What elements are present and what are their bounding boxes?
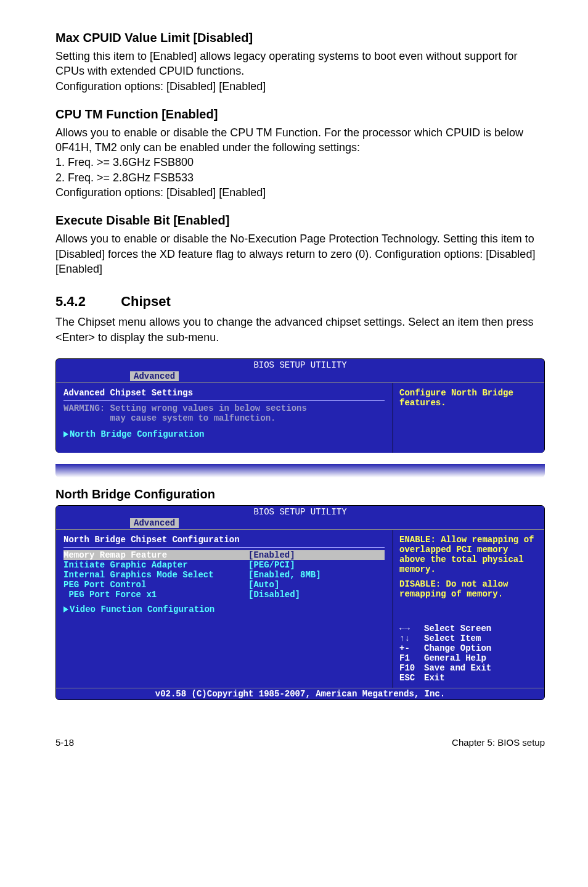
bios2-title-bar: BIOS SETUP UTILITY [56,506,544,518]
svg-marker-0 [63,431,68,437]
svg-marker-1 [63,606,68,613]
page-number: 5-18 [55,737,74,748]
bios2-row-graphic-adapter: Initiate Graphic Adapter [PEG/PCI] [63,560,385,570]
bios1-heading: Advanced Chipset Settings [63,388,385,398]
section-number: 5.4.2 [55,294,117,310]
nav-change-option: +-Change Option [399,643,538,653]
body-exec-disable: Allows you to enable or disable the No-E… [55,231,545,276]
triangle-right-icon [63,431,68,437]
label-memory-remap: Memory Remap Feature [63,550,248,560]
heading-north-bridge-config: North Bridge Configuration [55,487,545,501]
bios2-row-peg-force: PEG Port Force x1 [Disabled] [63,590,385,600]
chapter-label: Chapter 5: BIOS setup [452,737,545,748]
label-peg-force: PEG Port Force x1 [63,590,248,600]
bios1-title-bar: BIOS SETUP UTILITY [56,359,544,371]
nav-select-screen: ←→Select Screen [399,624,538,633]
bios2-tab-row: Advanced [56,518,544,529]
bios-screenshot-2: BIOS SETUP UTILITY Advanced North Bridge… [55,505,545,700]
bios2-row-memory-remap: Memory Remap Feature [Enabled] [63,550,385,560]
heading-max-cpuid: Max CPUID Value Limit [Disabled] [55,31,545,45]
help-text-disable: DISABLE: Do not allow remapping of memor… [399,579,538,599]
bios2-footer: v02.58 (C)Copyright 1985-2007, American … [56,688,544,699]
label-graphic-adapter: Initiate Graphic Adapter [63,560,248,570]
bios2-heading: North Bridge Chipset Configuration [63,535,385,545]
value-internal-graphics: [Enabled, 8MB] [248,570,385,580]
bios1-tab-advanced: Advanced [130,371,179,381]
bios2-row-peg-port: PEG Port Control [Auto] [63,580,385,590]
page-footer: 5-18 Chapter 5: BIOS setup [55,737,545,748]
section-body-chipset: The Chipset menu allows you to change th… [55,315,545,345]
nav-select-item: ↑↓Select Item [399,633,538,643]
nav-exit: ESCExit [399,673,538,683]
bios1-tab-row: Advanced [56,371,544,382]
value-memory-remap: [Enabled] [248,550,385,560]
fade-effect-1 [55,464,545,477]
heading-exec-disable: Execute Disable Bit [Enabled] [55,213,545,228]
nav-save-exit: F10Save and Exit [399,663,538,673]
section-header-chipset: 5.4.2 Chipset [55,294,545,310]
body-max-cpuid: Setting this item to [Enabled] allows le… [55,49,545,94]
bios2-row-internal-graphics: Internal Graphics Mode Select [Enabled, … [63,570,385,580]
bios2-tab-advanced: Advanced [130,518,179,528]
help-text-enable: ENABLE: Allow remapping of overlapped PC… [399,535,538,574]
nav-general-help: F1General Help [399,653,538,663]
value-graphic-adapter: [PEG/PCI] [248,560,385,570]
bios1-item-north-bridge: North Bridge Configuration [63,429,385,439]
body-cpu-tm: Allows you to enable or disable the CPU … [55,125,545,200]
value-peg-port: [Auto] [248,580,385,590]
label-peg-port: PEG Port Control [63,580,248,590]
bios1-warning: WARMING: Setting wrong values in below s… [63,403,385,423]
bios1-left-pane: Advanced Chipset Settings WARMING: Setti… [56,383,393,453]
label-internal-graphics: Internal Graphics Mode Select [63,570,248,580]
value-peg-force: [Disabled] [248,590,385,600]
heading-cpu-tm: CPU TM Function [Enabled] [55,107,545,122]
bios2-help-pane: ENABLE: Allow remapping of overlapped PC… [393,530,544,688]
bios-screenshot-1: BIOS SETUP UTILITY Advanced Advanced Chi… [55,358,545,453]
triangle-right-icon [63,606,68,613]
bios1-help-pane: Configure North Bridge features. [393,383,544,453]
section-title: Chipset [121,294,171,309]
bios2-item-video-function: Video Function Configuration [63,604,385,614]
bios2-left-pane: North Bridge Chipset Configuration Memor… [56,530,393,688]
